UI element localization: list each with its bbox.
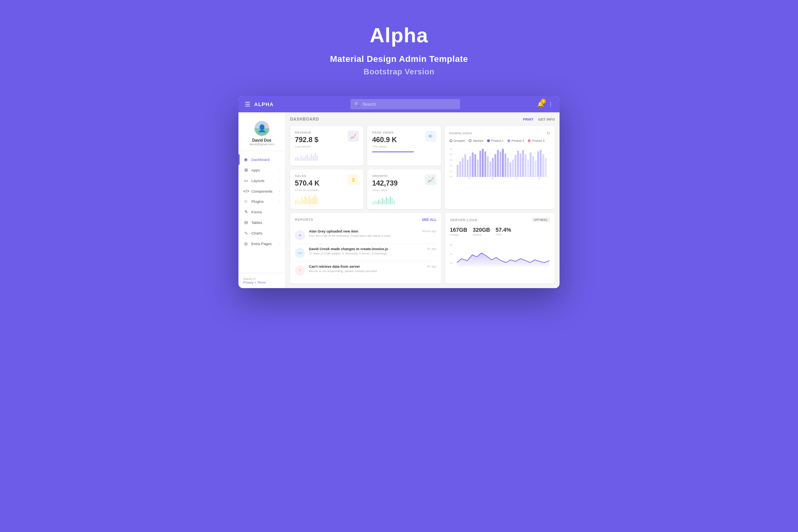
report-item: </> David Crook made changes to create-i… (295, 244, 437, 261)
page-views-card: 👁 PAGE VIEWS 460.9 K This Week (367, 126, 441, 166)
sales-card: $ SALES 570.4 K From all markets (290, 170, 363, 209)
svg-rect-17 (469, 156, 471, 177)
sidebar-item-tables[interactable]: ⊟ Tables (238, 217, 285, 228)
sales-icon: $ (348, 174, 359, 185)
svg-rect-25 (489, 161, 491, 177)
sidebar: 👤 David Doe david@gmail.com ◉ Dashboard … (238, 112, 285, 288)
downloads-chart: 5.1 4.0 3.0 2.0 1.0 0.0 (450, 146, 550, 181)
svg-rect-23 (484, 151, 486, 177)
svg-rect-41 (530, 152, 532, 177)
dashboard-icon: ◉ (243, 157, 249, 162)
sidebar-item-extra-pages[interactable]: ◎ Extra Pages › (238, 238, 285, 249)
revenue-card: 📈 REVENUE 792.8 $ Last Month (290, 126, 363, 166)
hamburger-icon[interactable]: ☰ (245, 101, 250, 108)
sidebar-label-layouts: Layouts (251, 179, 276, 183)
report-add-icon: + (295, 230, 305, 240)
svg-rect-37 (520, 153, 522, 177)
plugins-icon: ☆ (243, 199, 249, 204)
sidebar-label-components: Components (251, 189, 276, 193)
chevron-right-icon: › (279, 189, 280, 193)
svg-rect-31 (504, 153, 506, 177)
sidebar-item-forms[interactable]: ✎ Forms (238, 207, 285, 217)
grouped-icon (450, 139, 452, 142)
main-layout: 👤 David Doe david@gmail.com ◉ Dashboard … (238, 112, 560, 288)
layouts-icon: ▭ (243, 178, 249, 183)
svg-rect-20 (477, 160, 479, 177)
sidebar-item-components[interactable]: </> Components › (238, 186, 285, 196)
sales-sparkline (295, 195, 359, 204)
terms-link[interactable]: Terms (257, 281, 266, 284)
svg-rect-40 (527, 160, 529, 177)
reports-label: REPORTS (295, 218, 313, 222)
svg-text:60: 60 (450, 244, 453, 246)
cpu-value: 57.4% (496, 227, 511, 233)
more-options-icon[interactable]: ⋮ (548, 101, 553, 107)
legend-product1: Product 1 (487, 139, 504, 142)
get-info-button[interactable]: GET INFO (538, 117, 555, 121)
cpu-label: CPU (496, 233, 511, 236)
svg-rect-21 (479, 151, 481, 177)
forms-icon: ✎ (243, 209, 249, 215)
tables-icon: ⊟ (243, 220, 249, 225)
downloads-card: DOWNLOADS ↻ Grouped Stacked (445, 126, 555, 209)
svg-rect-47 (545, 158, 547, 177)
growth-sparkline (372, 195, 436, 204)
report-time-0: 45min ago (422, 229, 437, 233)
privacy-link[interactable]: Privacy (243, 281, 253, 284)
usage-value: 167GB (450, 227, 467, 233)
search-input[interactable] (362, 102, 456, 106)
growth-sub: New Users (372, 188, 436, 192)
usage-stat: 167GB Usage (450, 227, 467, 236)
sidebar-footer: Stacks © Privacy & Terms (238, 273, 285, 288)
avatar: 👤 (255, 121, 269, 136)
sidebar-item-apps[interactable]: ⊞ Apps › (238, 165, 285, 175)
see-all-button[interactable]: SEE ALL (422, 218, 437, 222)
hero-subtitle: Material Design Admin Template (330, 54, 468, 64)
sales-sub: From all markets (295, 188, 359, 192)
content-area: DASHBOARD PRINT GET INFO 📈 REVENUE 792.8… (285, 112, 560, 288)
sidebar-item-layouts[interactable]: ▭ Layouts › (238, 175, 285, 186)
sidebar-label-plugins: Plugins (251, 199, 276, 204)
sidebar-label-apps: Apps (251, 168, 276, 172)
sidebar-item-plugins[interactable]: ☆ Plugins › (238, 196, 285, 207)
bell-wrapper[interactable]: 🔔 4 (537, 101, 544, 108)
print-button[interactable]: PRINT (523, 117, 534, 121)
report-title-0: Alan Grey uploaded new item (309, 229, 418, 233)
svg-rect-15 (464, 154, 466, 177)
page-views-icon: 👁 (425, 131, 436, 142)
search-icon: 🔍 (354, 102, 360, 107)
refresh-icon[interactable]: ↻ (547, 131, 550, 136)
svg-text:4.0: 4.0 (450, 153, 453, 155)
sidebar-label-charts: Charts (251, 231, 280, 235)
user-email: david@gmail.com (249, 142, 274, 146)
chevron-right-icon: › (279, 179, 280, 182)
user-profile[interactable]: 👤 David Doe david@gmail.com (238, 117, 285, 151)
sidebar-nav: ◉ Dashboard ⊞ Apps › ▭ Layouts › </> Com… (238, 151, 285, 273)
svg-text:0.0: 0.0 (450, 175, 453, 178)
svg-text:20: 20 (450, 262, 453, 264)
top-nav: ☰ ALPHA 🔍 🔔 4 ⋮ (238, 96, 560, 112)
brand-label: ALPHA (254, 101, 274, 107)
svg-rect-18 (472, 152, 474, 177)
bottom-section: REPORTS SEE ALL + Alan Grey uploaded new… (290, 213, 555, 283)
revenue-sparkline (295, 151, 359, 161)
chevron-right-icon: › (279, 242, 280, 245)
optimal-badge: OPTIMAL (532, 218, 550, 222)
svg-rect-27 (495, 154, 496, 177)
svg-rect-46 (542, 154, 544, 177)
report-error-icon: ! (295, 265, 305, 276)
space-stat: 320GB Space (473, 227, 490, 236)
search-bar[interactable]: 🔍 (350, 99, 460, 109)
notification-badge: 4 (541, 99, 546, 104)
chevron-right-icon: › (279, 168, 280, 172)
sidebar-item-dashboard[interactable]: ◉ Dashboard (238, 154, 285, 165)
user-name: David Doe (252, 138, 271, 142)
product2-dot (507, 139, 510, 142)
svg-text:23: 23 (468, 177, 470, 180)
product3-dot (528, 139, 531, 142)
server-header: SERVER LOAD OPTIMAL (450, 218, 550, 222)
sidebar-item-charts[interactable]: ∿ Charts (238, 228, 285, 238)
svg-text:47: 47 (491, 177, 494, 180)
report-content-0: Alan Grey uploaded new item This item ha… (309, 229, 418, 238)
sidebar-label-dashboard: Dashboard (251, 157, 280, 162)
